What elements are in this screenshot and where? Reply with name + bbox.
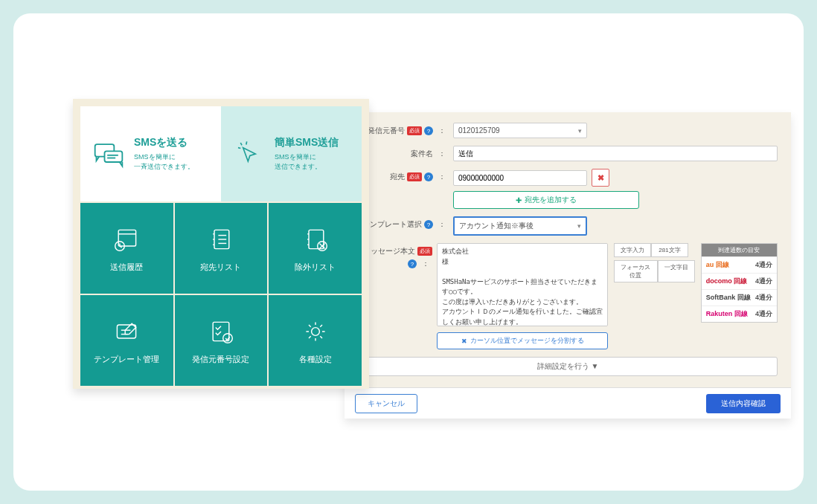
svg-point-28 xyxy=(223,333,233,343)
sender-select[interactable]: 0120125709▾ xyxy=(453,123,587,138)
dest-input[interactable] xyxy=(453,170,587,186)
plus-icon: ✚ xyxy=(516,196,522,204)
sms-form-panel: 発信元番号 必須 ? ： 0120125709▾ 案件名 ： 宛先 xyxy=(345,112,791,419)
split-icon: ✖ xyxy=(461,337,467,345)
char-counter: 文字入力 281文字 フォーカス位置 一文字目 xyxy=(614,243,695,282)
card-title: SMSを送る xyxy=(134,136,194,149)
required-badge: 必須 xyxy=(417,247,432,256)
svg-line-4 xyxy=(240,143,242,145)
address-book-icon xyxy=(206,224,236,254)
tile-dest-list[interactable]: 宛先リスト xyxy=(175,203,268,294)
svg-rect-7 xyxy=(119,230,136,246)
tile-send-history[interactable]: 送信履歴 xyxy=(80,203,173,294)
chat-icon xyxy=(91,136,126,172)
cursor-icon xyxy=(231,136,267,172)
card-sms-send[interactable]: SMSを送る SMSを簡単に一斉送信できます。 xyxy=(80,106,221,201)
help-icon[interactable]: ? xyxy=(424,126,433,135)
tile-exclude-list[interactable]: 除外リスト xyxy=(269,203,362,294)
required-badge: 必須 xyxy=(407,126,422,135)
required-badge: 必須 xyxy=(407,172,422,181)
message-textarea[interactable] xyxy=(437,243,608,326)
gear-icon xyxy=(301,317,330,346)
svg-line-5 xyxy=(238,148,240,149)
help-icon[interactable]: ? xyxy=(424,172,433,181)
detail-settings-button[interactable]: 詳細設定を行う ▼ xyxy=(358,357,778,376)
help-icon[interactable]: ? xyxy=(424,220,433,229)
template-edit-icon xyxy=(112,317,141,346)
tile-sender-settings[interactable]: 発信元番号設定 xyxy=(175,295,268,386)
exclude-list-icon xyxy=(301,224,330,254)
tile-template[interactable]: テンプレート管理 xyxy=(80,295,173,386)
main-menu-panel: SMSを送る SMSを簡単に一斉送信できます。 簡単SMS送信 SMSを簡単に送… xyxy=(73,99,369,389)
subject-input[interactable] xyxy=(453,146,778,161)
dest-label: 宛先 xyxy=(390,172,405,182)
template-label: テンプレート選択 xyxy=(362,219,422,230)
card-title: 簡単SMS送信 xyxy=(275,136,339,149)
subject-label: 案件名 xyxy=(411,149,433,159)
carrier-estimate: 到達通数の目安 au 回線4通分 docomo 回線4通分 SoftBank 回… xyxy=(701,243,778,323)
sender-label: 発信元番号 xyxy=(368,126,405,136)
confirm-button[interactable]: 送信内容確認 xyxy=(706,394,781,413)
cancel-button[interactable]: キャンセル xyxy=(355,394,417,413)
tile-settings[interactable]: 各種設定 xyxy=(269,295,362,386)
calendar-history-icon xyxy=(112,224,141,254)
template-select[interactable]: アカウント通知※事後▾ xyxy=(453,216,587,236)
svg-rect-24 xyxy=(118,325,136,338)
split-message-button[interactable]: ✖ カーソル位置でメッセージを分割する xyxy=(437,332,608,349)
help-icon[interactable]: ? xyxy=(408,259,417,268)
svg-line-6 xyxy=(246,141,247,144)
svg-rect-1 xyxy=(105,151,123,162)
delete-dest-button[interactable]: ✖ xyxy=(592,169,609,187)
checklist-icon xyxy=(206,317,236,346)
svg-point-29 xyxy=(311,327,319,335)
card-easy-sms[interactable]: 簡単SMS送信 SMSを簡単に送信できます。 xyxy=(221,106,362,201)
add-dest-button[interactable]: ✚ 宛先を追加する xyxy=(453,191,639,209)
message-label: メッセージ本文 xyxy=(363,246,415,256)
